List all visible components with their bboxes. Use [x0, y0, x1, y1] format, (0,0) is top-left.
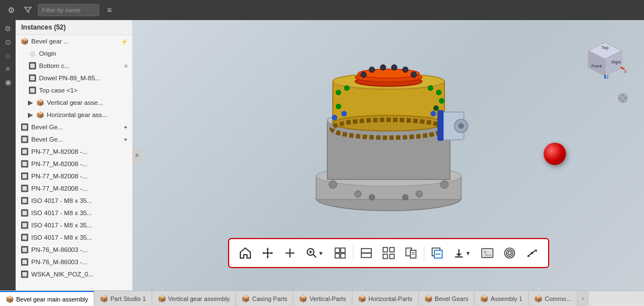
assembly-icon: 📦 — [20, 37, 29, 46]
tools-left-icon[interactable]: ⚙ — [2, 22, 14, 35]
sidebar-item-bevel-ge-2[interactable]: 🔲 Bevel Ge... ✦ — [16, 133, 132, 145]
tab-horizontal-parts[interactable]: 📦 Horizontal-Parts — [352, 291, 419, 306]
filter-input[interactable] — [38, 4, 99, 16]
svg-point-15 — [391, 65, 397, 70]
tab-assembly-1[interactable]: 📦 Assembly 1 — [474, 291, 529, 306]
zoom-button[interactable]: ▼ — [302, 242, 328, 264]
eye-left-icon[interactable]: ◉ — [2, 76, 14, 88]
gear-assembly-view — [283, 26, 495, 237]
svg-point-11 — [358, 69, 419, 78]
tab-bevel-gears[interactable]: 📦 Bevel Gears — [419, 291, 475, 306]
svg-point-26 — [439, 98, 444, 104]
svg-point-20 — [458, 123, 464, 129]
item-label: Horizontal gear ass... — [47, 111, 128, 118]
sidebar-item-bevel-gear-main[interactable]: 📦 Bevel gear ... ⚡ — [16, 35, 132, 47]
tab-label: Vertical gear assembly — [168, 295, 230, 302]
list-left-icon[interactable]: ≡ — [2, 62, 14, 75]
tab-label: Assembly 1 — [491, 295, 522, 302]
sidebar-item-bevel-ge-1[interactable]: 🔲 Bevel Ge... ✦ — [16, 121, 132, 133]
item-badge: ⚡ — [121, 38, 128, 45]
tools-icon[interactable]: ⚙ — [4, 3, 18, 17]
sidebar-item-iso-4017-3[interactable]: 🔲 ISO 4017 - M8 x 35... — [16, 219, 132, 231]
svg-point-34 — [355, 191, 361, 197]
svg-rect-74 — [383, 254, 388, 259]
move-button[interactable] — [257, 242, 278, 264]
list-view-icon[interactable]: ≡ — [103, 3, 116, 17]
tab-icon: 📦 — [480, 295, 488, 303]
svg-point-27 — [336, 104, 341, 109]
item-label: PN-76_M-86003 -... — [31, 259, 128, 265]
tab-part-studio-1[interactable]: 📦 Part Studio 1 — [94, 291, 152, 306]
tab-icon: 📦 — [158, 295, 166, 303]
view-face-button[interactable] — [330, 242, 351, 264]
app-container: ⚙ ≡ ⚙ ⊙ ⌂ ≡ ◉ Instances (52) 📦 Bevel gea… — [0, 0, 644, 306]
render-button[interactable] — [477, 242, 498, 264]
import-button[interactable] — [427, 242, 448, 264]
home-left-icon[interactable]: ⌂ — [2, 49, 14, 61]
sidebar-item-vertical-gear[interactable]: ▶ 📦 Vertical gear asse... — [16, 96, 132, 109]
sidebar-item-pn-76-2[interactable]: 🔲 PN-76_M-86003 -... — [16, 256, 132, 268]
sidebar-item-pn-76-1[interactable]: 🔲 PN-76_M-86003 -... — [16, 244, 132, 256]
tab-icon: 📦 — [534, 295, 543, 303]
section-button[interactable] — [356, 242, 377, 264]
svg-point-91 — [506, 250, 513, 256]
tab-label: Bevel Gears — [435, 295, 469, 302]
item-label: ISO 4017 - M8 x 35... — [31, 197, 128, 204]
tab-casing-parts[interactable]: 📦 Casing Parts — [236, 291, 293, 306]
sidebar-item-origin[interactable]: ◎ Origin — [16, 47, 132, 60]
download-button[interactable]: ▼ — [449, 242, 476, 264]
sidebar-item-wska-nik[interactable]: 🔲 WSKA_NIK_POZ_0... — [16, 268, 132, 280]
orientation-cube[interactable]: Top Front Right Z X — [583, 37, 627, 81]
svg-point-88 — [484, 251, 486, 253]
part-icon: 🔲 — [20, 184, 29, 193]
part-icon: 🔲 — [28, 86, 37, 95]
sidebar-item-pn-77-4[interactable]: 🔲 PN-77_M-82008 -... — [16, 182, 132, 195]
assembly-icon: 📦 — [36, 110, 45, 119]
sidebar-item-pn-77-1[interactable]: 🔲 PN-77_M-82008 -... — [16, 145, 132, 158]
sidebar-item-pn-77-2[interactable]: 🔲 PN-77_M-82008 -... — [16, 158, 132, 170]
viewport-area[interactable]: Top Front Right Z X — [133, 20, 644, 290]
zoom-dropdown-arrow: ▼ — [318, 250, 324, 256]
sidebar-item-top-case[interactable]: 🔲 Top case <1> — [16, 84, 132, 96]
part-icon: 🔲 — [20, 233, 29, 242]
tab-label: Horizontal-Parts — [369, 295, 413, 302]
item-label: Bevel Ge... — [31, 124, 121, 130]
svg-marker-56 — [267, 247, 269, 250]
item-label: Vertical gear asse... — [47, 99, 128, 106]
sidebar-collapse-button[interactable]: ≡ — [133, 147, 142, 164]
top-toolbar: ⚙ ≡ — [0, 0, 644, 20]
svg-marker-58 — [262, 252, 264, 254]
sidebar-item-pn-77-3[interactable]: 🔲 PN-77_M-82008 -... — [16, 170, 132, 182]
tab-common[interactable]: 📦 Commo... — [529, 291, 578, 306]
svg-point-29 — [332, 115, 337, 120]
filter-left-icon[interactable]: ⊙ — [2, 36, 14, 48]
item-label: PN-77_M-82008 -... — [31, 161, 128, 167]
item-label: PN-77_M-82008 -... — [31, 148, 128, 155]
tab-vertical-parts[interactable]: 📦 Vertical-Parts — [293, 291, 352, 306]
reference-button[interactable] — [400, 242, 422, 264]
sidebar-item-horizontal-gear[interactable]: ▶ 📦 Horizontal gear ass... — [16, 109, 132, 121]
translate-button[interactable] — [279, 242, 301, 264]
item-label: ISO 4017 - M8 x 35... — [31, 222, 128, 229]
sidebar-item-iso-4017-4[interactable]: 🔲 ISO 4017 - M8 x 35... — [16, 231, 132, 244]
sidebar-item-dowel[interactable]: 🔲 Dowel PN-89_M-85... — [16, 72, 132, 84]
view-controls-icon[interactable] — [617, 93, 628, 104]
home-view-button[interactable] — [235, 242, 256, 264]
tab-bevel-gear-main-asm[interactable]: 📦 Bevel gear main assembly — [0, 291, 94, 306]
item-label: PN-77_M-82008 -... — [31, 185, 128, 192]
svg-rect-72 — [383, 247, 388, 252]
measure-button[interactable] — [521, 242, 543, 264]
item-badge: ≡ — [124, 63, 128, 69]
svg-point-12 — [361, 72, 366, 77]
filter-icon[interactable] — [21, 3, 35, 17]
tab-scroll-right-button[interactable]: › — [578, 291, 589, 306]
svg-rect-73 — [390, 247, 394, 252]
sidebar-item-iso-4017-2[interactable]: 🔲 ISO 4017 - M8 x 35... — [16, 207, 132, 219]
sidebar-item-iso-4017-1[interactable]: 🔲 ISO 4017 - M8 x 35... — [16, 195, 132, 207]
explode-button[interactable] — [378, 242, 399, 264]
tab-vertical-gear-assembly[interactable]: 📦 Vertical gear assembly — [152, 291, 236, 306]
svg-text:Front: Front — [592, 64, 602, 69]
sidebar-item-bottom-c[interactable]: 🔲 Bottom c... ≡ — [16, 60, 132, 72]
svg-point-16 — [403, 67, 408, 72]
coil-button[interactable] — [499, 242, 520, 264]
